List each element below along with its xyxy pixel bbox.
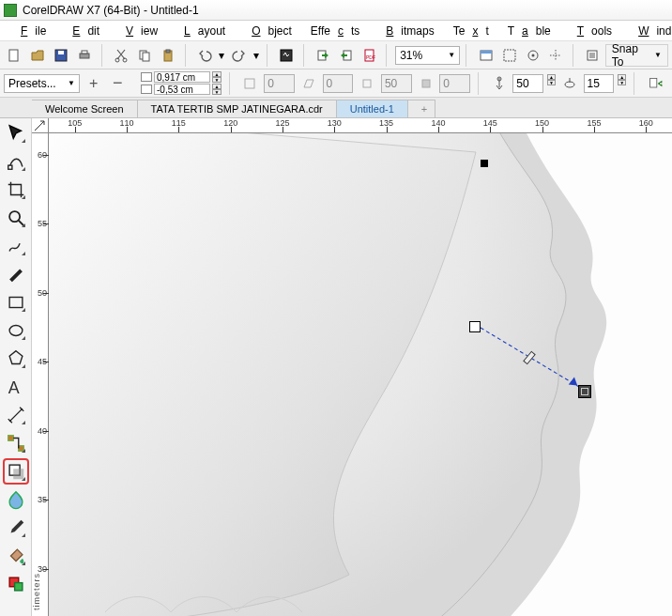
parallel-dimension-tool[interactable] (5, 404, 27, 426)
svg-rect-18 (504, 50, 515, 61)
title-text: CorelDRAW X7 (64-Bit) - Untitled-1 (23, 4, 199, 17)
skew-icon (298, 72, 319, 95)
drop-shadow-tool[interactable] (5, 460, 27, 483)
width-icon (141, 72, 152, 82)
width-spinner[interactable]: ▲▼ (212, 71, 221, 83)
save-button[interactable] (51, 44, 72, 67)
crop-tool[interactable] (5, 178, 27, 201)
menu-layout[interactable]: Layout (169, 23, 233, 39)
show-rulers-button[interactable] (498, 44, 520, 67)
undo-button[interactable] (194, 44, 216, 67)
doctab-add[interactable]: + (408, 100, 435, 117)
app-icon (4, 4, 17, 17)
accel-spread-field[interactable]: 50 (512, 74, 543, 93)
polygon-tool[interactable] (5, 347, 27, 370)
menu-object[interactable]: Object (237, 23, 299, 39)
cut-button[interactable] (111, 44, 132, 67)
redo-more-button[interactable]: ▾ (252, 44, 261, 67)
open-button[interactable] (27, 44, 49, 67)
new-button[interactable] (4, 44, 25, 67)
transparency-tool[interactable] (5, 488, 27, 511)
selection-handle[interactable] (481, 160, 488, 167)
rectangle-tool[interactable] (5, 291, 27, 314)
chevron-down-icon: ▼ (68, 79, 75, 87)
print-button[interactable] (74, 44, 96, 67)
menu-view[interactable]: View (111, 23, 165, 39)
preset-add-button[interactable]: + (84, 72, 104, 95)
horizontal-ruler[interactable]: 105110115120125130135140145150155160 (49, 118, 672, 133)
artistic-media-tool[interactable] (5, 263, 27, 285)
options-button[interactable] (582, 44, 603, 67)
presets-select[interactable]: Presets... ▼ (4, 74, 80, 93)
svg-rect-38 (14, 583, 22, 591)
rotation-field-1: 0 (264, 74, 295, 93)
vertical-ruler[interactable]: timeters 60555045403530 (32, 133, 49, 616)
height-spinner[interactable]: ▲▼ (212, 84, 221, 95)
menu-text[interactable]: Text (446, 23, 496, 39)
rotation-field-4: 0 (439, 74, 470, 93)
height-field[interactable]: -0,53 cm (154, 84, 210, 95)
copy-button[interactable] (134, 44, 156, 67)
connector-tool[interactable] (5, 432, 27, 454)
freehand-tool[interactable] (5, 235, 27, 257)
ruler-origin[interactable] (32, 118, 49, 133)
import-button[interactable] (312, 44, 333, 67)
fullscreen-button[interactable] (475, 44, 496, 67)
smart-fill-tool[interactable] (5, 573, 27, 595)
pad-icon (357, 72, 377, 95)
rotation-icon (240, 72, 261, 95)
menu-window[interactable]: Window (623, 23, 672, 39)
svg-rect-33 (8, 436, 13, 441)
snap-to-button[interactable]: Snap To ▼ (605, 44, 668, 67)
publish-pdf-button[interactable]: PDF (359, 44, 380, 67)
menu-tools[interactable]: Tools (562, 23, 619, 39)
redo-button[interactable] (228, 44, 250, 67)
artwork-svg (49, 133, 672, 616)
fill-end-node[interactable] (578, 385, 591, 398)
menu-effects[interactable]: Effects (303, 23, 367, 39)
shape-tool[interactable] (5, 150, 27, 173)
menu-edit[interactable]: Edit (57, 23, 107, 39)
interactive-fill-tool[interactable] (5, 545, 27, 567)
menu-table[interactable]: Table (500, 23, 558, 39)
svg-point-29 (9, 211, 20, 222)
document-tabs: Welcome Screen TATA TERTIB SMP JATINEGAR… (0, 98, 672, 118)
show-grid-button[interactable] (522, 44, 543, 67)
accel-spread-spinner[interactable]: ▲▼ (547, 74, 556, 93)
svg-rect-30 (9, 298, 23, 308)
paste-button[interactable] (158, 44, 179, 67)
menu-file[interactable]: File (6, 23, 53, 39)
pick-tool[interactable] (5, 122, 27, 145)
svg-rect-23 (363, 80, 371, 87)
svg-rect-3 (80, 54, 89, 58)
workspace: A 105110115120125130135140145150155160 t… (0, 118, 672, 616)
rotation-field-3: 50 (381, 74, 412, 93)
width-field[interactable]: 0,917 cm (154, 71, 210, 83)
export-button[interactable] (335, 44, 357, 67)
rotation-field-2: 0 (323, 74, 354, 93)
svg-rect-2 (58, 51, 64, 54)
color-eyedropper-tool[interactable] (5, 516, 27, 539)
zoom-tool[interactable] (5, 207, 27, 229)
svg-rect-22 (245, 79, 254, 88)
copy-fill-button[interactable] (645, 73, 668, 94)
doctab-welcome[interactable]: Welcome Screen (32, 100, 138, 117)
svg-rect-4 (82, 51, 87, 54)
doctab-file[interactable]: TATA TERTIB SMP JATINEGARA.cdr (138, 100, 337, 117)
undo-more-button[interactable]: ▾ (217, 44, 226, 67)
doctab-untitled[interactable]: Untitled-1 (337, 100, 408, 117)
object-size-group: 0,917 cm ▲▼ -0,53 cm ▲▼ (141, 71, 221, 95)
preset-remove-button[interactable]: − (108, 72, 129, 95)
accel-skew-spinner[interactable]: ▲▼ (618, 74, 626, 93)
show-guides-button[interactable] (545, 44, 567, 67)
ellipse-tool[interactable] (5, 319, 27, 342)
fill-start-node[interactable] (469, 321, 481, 332)
menu-bitmaps[interactable]: Bitmaps (371, 23, 441, 39)
svg-rect-28 (8, 165, 11, 169)
text-tool[interactable]: A (5, 376, 27, 398)
vruler-unit: timeters (32, 573, 41, 610)
search-button[interactable] (276, 44, 298, 67)
zoom-select[interactable]: 31% ▼ (395, 46, 460, 65)
drawing-canvas[interactable] (49, 133, 672, 616)
accel-skew-field[interactable]: 15 (584, 74, 615, 93)
